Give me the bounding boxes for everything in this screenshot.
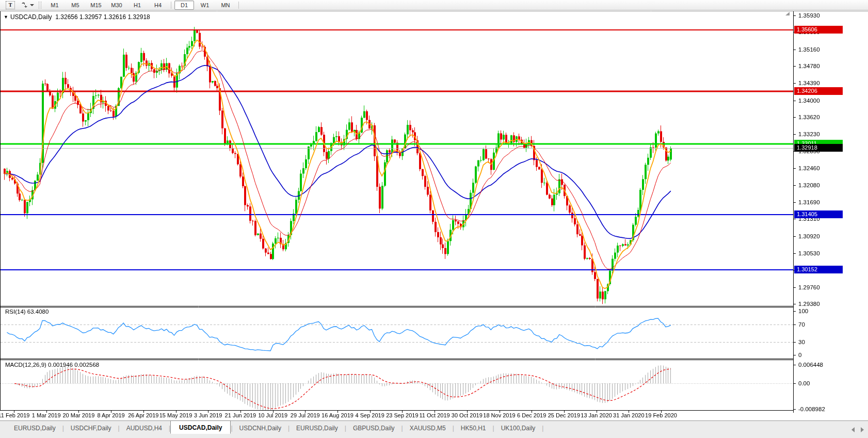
price-axis-tick: 1.33620 [798,113,820,121]
chart-title-ohlc: 1.32656 1.32957 1.32616 1.32918 [55,13,150,21]
date-label: 19 Feb 2020 [638,412,684,418]
timeframe-button-m30[interactable]: M30 [107,1,126,10]
rsi-axis-tick: 100 [798,307,808,315]
symbol-collapse-icon[interactable]: ▼ [4,14,8,20]
rsi-axis-tick: 30 [798,338,805,346]
macd-axis-tick: -0.008982 [798,405,825,413]
arrange-windows-button[interactable] [19,1,36,9]
tab-scroll-left-icon[interactable] [851,427,855,432]
rsi-axis-tick: 70 [798,321,805,328]
timeframe-button-m1[interactable]: M1 [45,1,65,10]
timeframe-button-mn[interactable]: MN [216,1,235,10]
tab-hk50-h1[interactable]: HK50,H1 [454,423,493,433]
tab-audusd-h4[interactable]: AUDUSD,H4 [120,423,169,433]
toolbar-separator [238,2,239,9]
terminal-window: T M1M5M15M30H1H4D1W1MN ▼USDCAD,Daily 1.3… [0,0,868,438]
price-axis-tick: 1.29760 [798,284,820,291]
tab-gbpusd-daily[interactable]: GBPUSD,Daily [346,423,401,433]
timeframe-button-m15[interactable]: M15 [86,1,106,10]
macd-axis-tick: 0.00 [798,380,810,387]
arrange-arrows-icon [21,2,28,8]
tab-scroll-right-icon[interactable] [861,427,864,432]
chart-tab-bar: EURUSD,Daily|USDCHF,Daily|AUDUSD,H4|USDC… [0,420,868,438]
price-axis-tick: 1.34390 [798,79,820,87]
price-axis-tick: 1.34780 [798,62,820,70]
price-axis-tick: 1.29380 [798,300,820,307]
price-axis-tick: 1.35930 [798,12,820,19]
tab-uk100-daily[interactable]: UK100,Daily [494,423,542,433]
tab-separator: | [542,423,543,432]
macd-indicator-label: MACD(12,26,9) 0.001946 0.002568 [5,362,99,368]
rsi-indicator-label: RSI(14) 63.4080 [5,309,49,315]
tab-scroll-buttons [851,427,864,432]
text-tool-icon: T [6,1,15,9]
rsi-axis-tick: 0 [798,351,801,359]
current-price-badge: 1.32918 [794,144,843,152]
tab-xauusd-m5[interactable]: XAUUSD,M5 [403,423,453,433]
level-price-badge: 1.35606 [794,26,843,34]
level-price-badge: 1.31405 [794,210,843,218]
price-axis-tick: 1.31690 [798,199,820,206]
tab-eurusd-daily[interactable]: EURUSD,Daily [7,423,62,433]
tab-usdcad-daily[interactable]: USDCAD,Daily [170,420,231,434]
chart-title-symbol: USDCAD,Daily [10,13,52,21]
macd-axis-tick: 0.006448 [798,361,823,368]
timeframe-button-m5[interactable]: M5 [66,1,85,10]
price-axis-tick: 1.35160 [798,46,820,53]
dropdown-caret-icon [30,4,34,6]
timeframe-button-h1[interactable]: H1 [127,1,147,10]
price-axis-tick: 1.32460 [798,165,820,172]
price-chart-canvas[interactable] [0,10,868,420]
timeframe-group: M1M5M15M30H1H4D1W1MN [44,1,242,10]
price-axis-tick: 1.34000 [798,97,820,104]
price-axis-tick: 1.30530 [798,250,820,257]
level-price-badge: 1.34206 [794,87,843,95]
chart-title: ▼USDCAD,Daily 1.32656 1.32957 1.32616 1.… [4,13,150,21]
price-axis-tick: 1.30920 [798,233,820,240]
price-axis-tick: 1.32080 [798,182,820,189]
level-price-badge: 1.30152 [794,266,843,273]
timeframe-button-d1[interactable]: D1 [174,1,194,10]
timeframe-button-w1[interactable]: W1 [195,1,215,10]
tab-usdcnh-daily[interactable]: USDCNH,Daily [233,423,288,433]
tab-usdchf-daily[interactable]: USDCHF,Daily [64,423,118,433]
price-axis-tick: 1.33230 [798,131,820,138]
top-toolbar: T M1M5M15M30H1H4D1W1MN [0,0,868,10]
timeframe-button-h4[interactable]: H4 [148,1,168,10]
chart-area: ▼USDCAD,Daily 1.32656 1.32957 1.32616 1.… [0,10,868,420]
toolbar-separator [171,2,171,9]
tab-eurusd-daily[interactable]: EURUSD,Daily [290,423,345,433]
toolbar-grip[interactable] [39,2,41,9]
text-tool-button[interactable]: T [4,1,17,9]
